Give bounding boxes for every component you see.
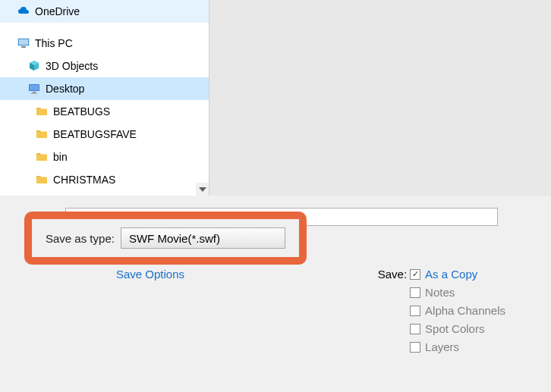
tree-label: Desktop — [46, 83, 84, 95]
cloud-icon — [17, 5, 30, 18]
scroll-down-button[interactable] — [196, 183, 209, 196]
checkbox-spotcolors[interactable] — [410, 324, 420, 334]
tree-label: This PC — [35, 37, 73, 49]
checkbox-label: Notes — [425, 286, 455, 299]
tree-item-onedrive[interactable]: OneDrive — [0, 0, 209, 23]
checkbox-notes[interactable] — [410, 287, 420, 298]
tree-item-3dobjects[interactable]: 3D Objects — [0, 55, 209, 77]
checkbox-label: Alpha Channels — [425, 304, 505, 317]
checkbox-layers[interactable] — [410, 342, 420, 353]
save-as-type-value: SWF Movie(*.swf) — [129, 232, 220, 245]
checkbox-label: Layers — [425, 340, 459, 353]
monitor-icon — [27, 82, 41, 96]
folder-icon — [35, 150, 49, 164]
folder-icon — [35, 173, 49, 187]
tree-label: bin — [53, 151, 68, 163]
folder-icon — [35, 105, 49, 118]
checkbox-asacopy[interactable] — [410, 269, 420, 280]
tree-item-thispc[interactable]: This PC — [0, 32, 209, 55]
tree-item-folder[interactable]: bin — [0, 146, 209, 168]
3d-icon — [27, 59, 41, 73]
save-label: Save: — [378, 268, 407, 353]
svg-rect-2 — [21, 46, 26, 48]
folder-tree: OneDrive This PC 3D Objects Desktop BEA — [0, 0, 209, 196]
save-checkboxes: Save: As a Copy Notes Alpha Channels Spo… — [378, 268, 505, 353]
tree-label: OneDrive — [35, 5, 80, 17]
save-as-type-highlight: Save as type: SWF Movie(*.swf) — [24, 212, 307, 265]
tree-label: CHRISTMAS — [53, 174, 115, 186]
save-as-type-label: Save as type: — [46, 232, 115, 245]
svg-rect-6 — [31, 93, 37, 94]
save-panel: Save as type: SWF Movie(*.swf) Save Opti… — [0, 196, 551, 392]
checkbox-label: Spot Colors — [425, 322, 484, 335]
tree-label: BEATBUGS — [53, 105, 110, 118]
tree-item-folder[interactable]: BEATBUGSFAVE — [0, 123, 209, 146]
svg-rect-5 — [33, 92, 36, 93]
checkbox-alpha[interactable] — [410, 306, 420, 316]
tree-item-desktop[interactable]: Desktop — [0, 77, 209, 100]
tree-label: 3D Objects — [46, 60, 98, 72]
svg-rect-1 — [19, 39, 28, 45]
svg-rect-4 — [30, 85, 39, 90]
folder-icon — [35, 127, 49, 141]
tree-item-folder[interactable]: BEATBUGS — [0, 100, 209, 123]
save-options-link[interactable]: Save Options — [116, 268, 184, 281]
tree-label: BEATBUGSFAVE — [53, 128, 137, 140]
save-as-type-dropdown[interactable]: SWF Movie(*.swf) — [121, 227, 285, 249]
file-list-area — [209, 0, 551, 196]
pc-icon — [17, 36, 30, 50]
tree-item-folder[interactable]: CHRISTMAS — [0, 168, 209, 191]
checkbox-label: As a Copy — [425, 268, 477, 281]
